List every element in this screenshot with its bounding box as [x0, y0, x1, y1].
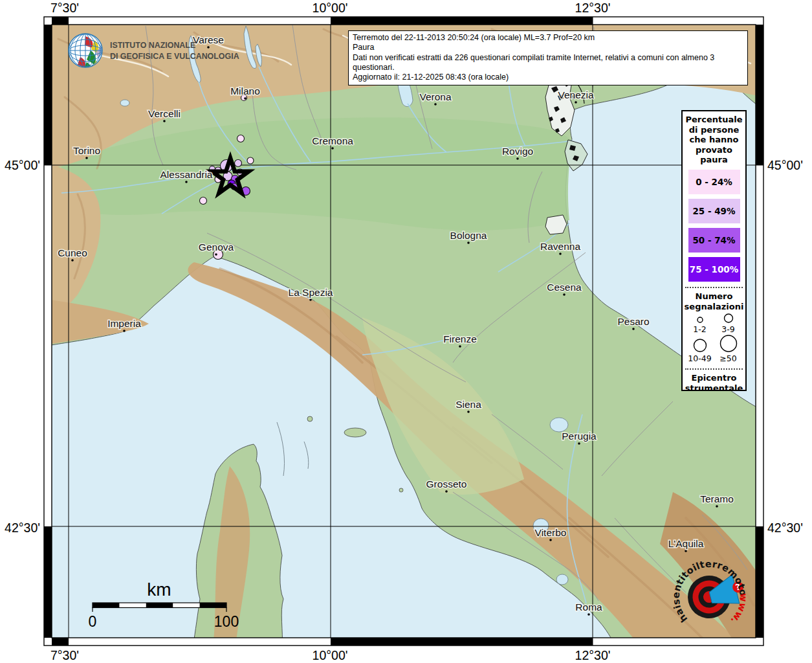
- small-island: [399, 488, 403, 492]
- city-label: Milano: [230, 85, 260, 96]
- city-label: Roma: [575, 601, 602, 612]
- left-lat-label-2: 42°30': [1, 521, 40, 535]
- city-label: Siena: [455, 399, 481, 410]
- legend-report-sizes: 1-23-910-49≥50: [686, 313, 743, 363]
- legend-class-swatch: 0 - 24%: [688, 170, 740, 194]
- event-title-line: Terremoto del 22-11-2013 20:50:24 (ora l…: [353, 33, 743, 43]
- city-marker: [244, 97, 247, 100]
- city-label: Firenze: [443, 333, 477, 344]
- city-label: Varese: [193, 34, 224, 45]
- fear-point: [235, 160, 242, 167]
- city-label: Ravenna: [540, 241, 580, 252]
- legend-size-circle: [694, 339, 706, 352]
- top-lon-label-2: 10°00': [313, 1, 348, 16]
- legend-size-circle: [720, 335, 736, 352]
- top-lon-label-3: 12°30': [575, 1, 611, 16]
- legend-reports-title: Numerosegnalazioni: [685, 291, 744, 311]
- city-marker: [716, 505, 718, 508]
- city-label: La Spezia: [289, 287, 333, 298]
- city-marker: [163, 120, 166, 122]
- city-label: Pesaro: [617, 316, 649, 327]
- city-marker: [559, 253, 562, 255]
- event-data-line: Dati non verificati estratti da 226 ques…: [353, 53, 743, 73]
- city-label: Verona: [419, 91, 452, 102]
- legend-size-label: 1-2: [693, 324, 706, 334]
- city-marker: [549, 539, 552, 541]
- scale-start-label: 0: [89, 613, 97, 630]
- city-marker: [467, 242, 470, 244]
- city-label: Bologna: [450, 230, 487, 241]
- city-label: Grosseto: [426, 478, 467, 489]
- city-label: Venezia: [558, 89, 594, 100]
- city-marker: [575, 101, 577, 104]
- bottom-lon-label-3: 12°30': [575, 648, 611, 663]
- city-label: Genova: [199, 242, 234, 253]
- city-label: Imperia: [107, 318, 141, 329]
- legend-size-circle: [697, 317, 703, 322]
- elba-island: [344, 428, 366, 437]
- scale-unit-label: km: [147, 579, 171, 600]
- city-marker: [587, 613, 590, 616]
- legend-divider: [685, 287, 743, 288]
- legend-class-swatch: 75 - 100%: [688, 257, 740, 282]
- city-marker: [516, 157, 519, 160]
- city-label: Torino: [73, 145, 100, 156]
- city-label: Teramo: [700, 493, 734, 504]
- city-label: Alessandria: [160, 169, 213, 180]
- ingv-name-line2: DI GEOFISICA E VULCANOLOGIA: [110, 51, 239, 62]
- right-lat-label-1: 45°00': [767, 158, 803, 173]
- city-marker: [185, 181, 188, 183]
- city-marker: [459, 345, 461, 348]
- legend-size-label: ≥50: [719, 354, 736, 363]
- city-label: Viterbo: [535, 527, 567, 538]
- map-content: VareseMilanoVeronaVeneziaVercelliCremona…: [39, 19, 763, 647]
- city-marker: [309, 298, 312, 301]
- fear-point: [237, 135, 245, 142]
- city-marker: [563, 293, 565, 296]
- right-lat-label-2: 42°30': [767, 521, 803, 535]
- city-marker: [467, 410, 470, 413]
- city-marker: [331, 147, 334, 150]
- city-marker: [123, 330, 126, 332]
- fear-point: [247, 157, 254, 164]
- city-label: Rovigo: [502, 146, 533, 157]
- legend-size-label: 10-49: [688, 354, 711, 363]
- bottom-lon-label-2: 10°00': [313, 648, 348, 663]
- city-marker: [85, 157, 88, 159]
- legend-fear-title: Percentualedi personeche hannoprovatopau…: [685, 115, 742, 165]
- legend-size-circle: [724, 314, 732, 322]
- scale-end-label: 100: [214, 613, 239, 630]
- legend-class-swatch: 50 - 74%: [688, 228, 740, 253]
- left-lat-label-1: 45°00': [1, 158, 40, 173]
- city-marker: [445, 490, 448, 493]
- city-label: Cesena: [547, 282, 582, 293]
- city-label: Cremona: [312, 135, 353, 146]
- event-info-box: Terremoto del 22-11-2013 20:50:24 (ora l…: [348, 30, 748, 85]
- bottom-lon-label-1: 7°30': [50, 648, 79, 663]
- city-label: Vercelli: [148, 108, 181, 119]
- event-effect-line: Paura: [353, 43, 743, 52]
- legend-class-swatch: 25 - 49%: [688, 199, 740, 223]
- legend-size-label: 3-9: [721, 324, 734, 334]
- city-marker: [434, 103, 437, 106]
- ingv-name-line1: ISTITUTO NAZIONALE: [110, 40, 196, 51]
- city-marker: [685, 550, 687, 552]
- event-updated-line: Aggiornato il: 21-12-2025 08:43 (ora loc…: [353, 73, 743, 82]
- city-label: L'Aquila: [668, 538, 704, 549]
- legend-epicenter-title: Epicentrostrumentale: [685, 373, 743, 393]
- macroseismic-map-page: VareseMilanoVeronaVeneziaVercelliCremona…: [0, 0, 812, 663]
- legend-panel: Percentualedi personeche hannoprovatopau…: [681, 110, 747, 391]
- legend-fear-classes: 0 - 24%25 - 49%50 - 74%75 - 100%: [688, 165, 740, 282]
- city-marker: [207, 46, 210, 49]
- city-label: Perugia: [562, 431, 597, 442]
- top-lon-label-1: 7°30': [50, 1, 79, 16]
- city-marker: [215, 253, 217, 256]
- city-marker: [578, 442, 580, 445]
- legend-divider: [685, 368, 743, 370]
- small-island: [307, 416, 313, 421]
- city-marker: [632, 328, 635, 330]
- city-marker: [71, 259, 74, 262]
- fear-point: [200, 197, 207, 205]
- city-label: Cuneo: [58, 247, 87, 258]
